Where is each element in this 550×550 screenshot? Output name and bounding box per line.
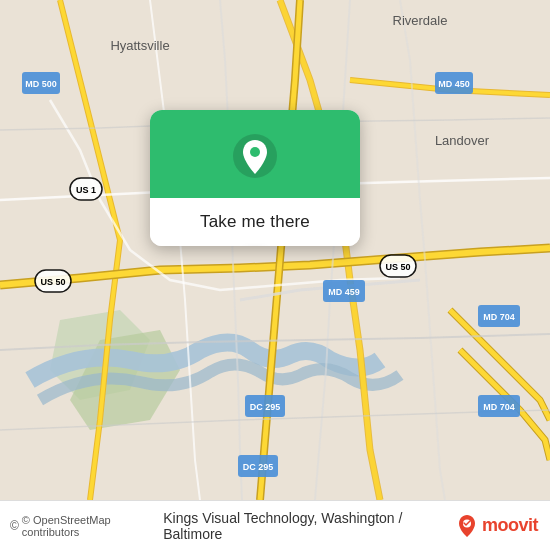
take-me-there-button[interactable]: Take me there: [150, 198, 360, 246]
map-attribution: © © OpenStreetMap contributors: [10, 514, 163, 538]
svg-text:Riverdale: Riverdale: [393, 13, 448, 28]
moovit-brand-text: moovit: [482, 515, 538, 536]
moovit-logo: moovit: [454, 513, 538, 539]
svg-text:US 50: US 50: [40, 277, 65, 287]
svg-text:MD 704: MD 704: [483, 312, 515, 322]
svg-text:MD 704: MD 704: [483, 402, 515, 412]
app-location-label: Kings Visual Technology, Washington / Ba…: [163, 510, 446, 542]
svg-text:MD 450: MD 450: [438, 79, 470, 89]
svg-text:MD 500: MD 500: [25, 79, 57, 89]
app-info: Kings Visual Technology, Washington / Ba…: [163, 510, 538, 542]
svg-point-28: [250, 147, 260, 157]
location-pin-icon: [231, 132, 279, 180]
copyright-icon: ©: [10, 519, 19, 533]
attribution-text: © OpenStreetMap contributors: [22, 514, 163, 538]
svg-text:Hyattsville: Hyattsville: [110, 38, 169, 53]
location-popup: Take me there: [150, 110, 360, 246]
svg-text:MD 459: MD 459: [328, 287, 360, 297]
popup-header: [150, 110, 360, 198]
svg-text:Landover: Landover: [435, 133, 490, 148]
bottom-bar: © © OpenStreetMap contributors Kings Vis…: [0, 500, 550, 550]
map-view: MD 500 MD 450 US 1 US 50 US 50 MD 459 DC…: [0, 0, 550, 500]
svg-text:US 1: US 1: [76, 185, 96, 195]
svg-text:US 50: US 50: [385, 262, 410, 272]
svg-text:DC 295: DC 295: [250, 402, 281, 412]
moovit-icon: [454, 513, 480, 539]
svg-text:DC 295: DC 295: [243, 462, 274, 472]
